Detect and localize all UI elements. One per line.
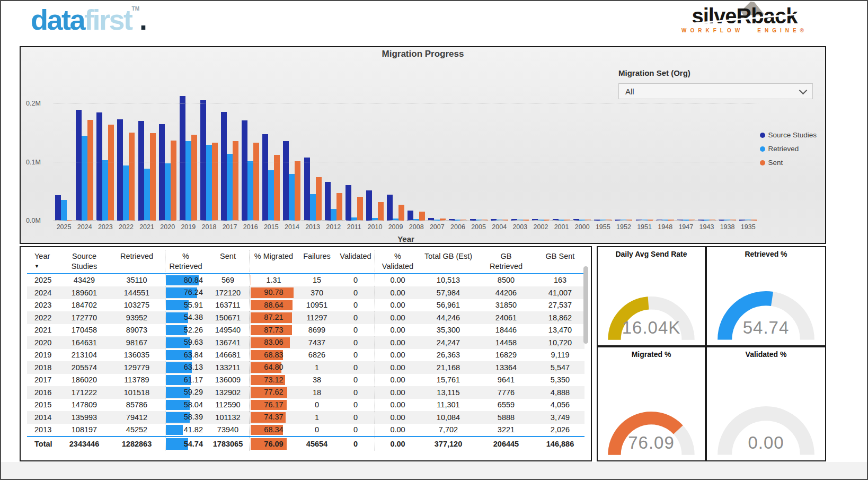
bar-sent[interactable] (171, 141, 176, 221)
bar-sent[interactable] (378, 202, 384, 221)
bar-source-studies[interactable] (283, 141, 289, 221)
table-row[interactable]: 20141359937941258.3910113274.37100.0010,… (27, 411, 584, 424)
x-axis-label: 1951 (634, 223, 655, 231)
gauge-value: 16.04K (598, 318, 705, 338)
bar-group-2015 (261, 63, 281, 221)
column-header-source-studies[interactable]: SourceStudies (60, 250, 109, 272)
x-axis-label: 2017 (219, 223, 240, 231)
table-row[interactable]: 201921310413603563.8414668168.83682600.0… (27, 349, 584, 362)
table-row[interactable]: 202318470210327555.9116371188.641095100.… (27, 299, 584, 312)
bar-sent[interactable] (274, 155, 280, 221)
bar-sent[interactable] (87, 120, 93, 221)
table-row[interactable]: 202418960114455176.2417212090.7837000.00… (27, 286, 584, 299)
bar-source-studies[interactable] (96, 112, 102, 221)
gauge-panel-validated: Validated %0.00 (706, 346, 826, 461)
bar-retrieved[interactable] (268, 170, 274, 221)
legend-item-sent[interactable]: Sent (760, 159, 817, 167)
table-cell: 4,888 (536, 386, 584, 399)
bar-source-studies[interactable] (408, 211, 413, 221)
bar-sent[interactable] (295, 161, 300, 221)
legend-item-retrieved[interactable]: Retrieved (760, 145, 817, 153)
bar-retrieved[interactable] (82, 136, 87, 221)
table-row[interactable]: 20221727709395254.3815067187.211129700.0… (27, 311, 584, 324)
table-cell: 93952 (109, 311, 165, 324)
bar-source-studies[interactable] (304, 158, 310, 221)
bar-source-studies[interactable] (138, 121, 144, 221)
table-cell: 113789 (109, 374, 165, 387)
column-header-validated[interactable]: %Validated (375, 250, 420, 272)
column-header-validated[interactable]: Validated (336, 250, 375, 272)
bar-retrieved[interactable] (206, 145, 212, 221)
table-cell: 170458 (60, 324, 109, 337)
bar-source-studies[interactable] (76, 110, 82, 221)
bar-sent[interactable] (357, 197, 363, 221)
table-cell: 8500 (476, 274, 536, 287)
column-header-year[interactable]: Year▼ (27, 250, 60, 272)
bar-source-studies[interactable] (180, 96, 185, 221)
table-cell: 0.00 (375, 299, 420, 312)
bar-source-studies[interactable] (262, 134, 268, 221)
x-axis-label: 2021 (137, 223, 157, 231)
bar-retrieved[interactable] (227, 154, 233, 221)
table-scrollbar[interactable] (583, 266, 588, 344)
table-row[interactable]: 2025434293511080.845691.311500.0010,5138… (27, 274, 584, 287)
bar-retrieved[interactable] (331, 209, 336, 221)
table-row[interactable]: 20151478098578658.0411259076.17000.0011,… (27, 399, 584, 412)
table-row[interactable]: 20201646319816759.6313674183.06743700.00… (27, 336, 584, 349)
column-header-retrieved[interactable]: %Retrieved (165, 250, 206, 272)
bar-retrieved[interactable] (102, 160, 108, 221)
bar-group-2006 (447, 63, 468, 221)
bar-sent[interactable] (191, 135, 197, 221)
bar-source-studies[interactable] (117, 119, 123, 221)
bar-source-studies[interactable] (159, 124, 165, 221)
column-header-gb-sent[interactable]: GB Sent (536, 250, 584, 272)
bar-sent[interactable] (253, 143, 259, 221)
bar-sent[interactable] (336, 193, 342, 221)
bar-retrieved[interactable] (310, 194, 316, 221)
bar-source-studies[interactable] (200, 100, 206, 221)
data-bar-cell: 63.13 (165, 361, 206, 374)
bar-retrieved[interactable] (123, 165, 129, 221)
bar-retrieved[interactable] (165, 163, 171, 221)
x-axis-label: 2025 (54, 223, 74, 231)
total-row[interactable]: Total2343446128286354.74178306576.094565… (27, 436, 584, 451)
table-cell-value: 55.91 (165, 299, 206, 312)
bar-source-studies[interactable] (346, 185, 351, 221)
bar-retrieved[interactable] (144, 169, 150, 221)
bar-sent[interactable] (419, 212, 425, 221)
bar-source-studies[interactable] (325, 182, 331, 221)
bar-source-studies[interactable] (55, 195, 61, 221)
column-header-total-gb-est[interactable]: Total GB (Est) (420, 250, 476, 272)
bar-source-studies[interactable] (221, 112, 227, 221)
bar-sent[interactable] (398, 205, 404, 221)
column-header-migrated[interactable]: % Migrated (250, 250, 297, 272)
table-row[interactable]: 20131081974525241.827394068.34000.007,70… (27, 424, 584, 437)
bar-source-studies[interactable] (366, 190, 372, 221)
table-row[interactable]: 201718602011378961.1713600973.123800.001… (27, 374, 584, 387)
bar-sent[interactable] (212, 143, 218, 221)
table-row[interactable]: 20211704588907352.2614954087.73869900.00… (27, 324, 584, 337)
bar-sent[interactable] (233, 141, 238, 221)
table-row[interactable]: 201617122210151859.2913290277.621800.001… (27, 386, 584, 399)
table-cell: 136741 (206, 336, 250, 349)
table-row[interactable]: 201820557412977963.1313321164.80100.0021… (27, 361, 584, 374)
bar-source-studies[interactable] (242, 120, 247, 221)
bar-retrieved[interactable] (61, 200, 67, 221)
bar-sent[interactable] (150, 133, 156, 221)
bar-retrieved[interactable] (185, 141, 191, 221)
bar-retrieved[interactable] (289, 174, 295, 221)
bar-sent[interactable] (108, 125, 114, 221)
table-cell: 3221 (476, 424, 536, 437)
bar-sent[interactable] (129, 133, 135, 221)
column-header-retrieved[interactable]: Retrieved (109, 250, 165, 272)
bar-retrieved[interactable] (247, 161, 253, 221)
table-cell-value: 80.84 (165, 274, 206, 287)
column-header-failures[interactable]: Failures (297, 250, 336, 272)
column-header-sent[interactable]: Sent (206, 250, 250, 272)
legend-item-source-studies[interactable]: Source Studies (760, 131, 817, 139)
bar-source-studies[interactable] (387, 195, 393, 221)
bar-sent[interactable] (316, 177, 322, 221)
table-cell: 133211 (206, 361, 250, 374)
column-header-gb-retrieved[interactable]: GBRetrieved (476, 250, 536, 272)
table-cell: 0 (297, 424, 336, 437)
